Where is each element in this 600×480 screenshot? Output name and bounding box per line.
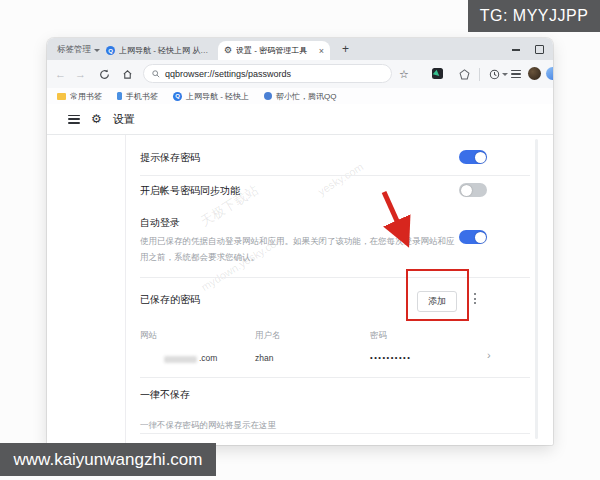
close-tab-icon[interactable]: × <box>319 46 324 56</box>
gear-icon: ⚙ <box>224 46 232 55</box>
browser-window: 标签管理 Q 上网导航 - 轻快上网 从这里开始 ⚙ 设置 - 密码管理工具 ×… <box>47 38 553 445</box>
save-prompt-toggle[interactable] <box>459 150 487 164</box>
auto-login-description: 使用已保存的凭据自动登录网站和应用。如果关闭了该功能，在您每次登录网站和应用之前… <box>140 234 462 265</box>
bookmark-label: 帮小忙，腾讯QQ <box>276 91 336 102</box>
gear-icon: ⚙ <box>91 113 102 125</box>
row-divider <box>140 377 530 378</box>
history-button[interactable] <box>489 60 508 88</box>
column-username: 用户名 <box>255 330 281 342</box>
settings-content: 天极下载站 mydown.yesky.com yesky.com 提示保存密码 … <box>47 135 553 445</box>
row-divider <box>140 175 530 176</box>
bookmark-tencent-qq[interactable]: 帮小忙，腾讯QQ <box>264 91 336 102</box>
section-divider <box>140 433 530 434</box>
new-tab-button[interactable]: + <box>342 42 349 56</box>
search-icon <box>152 70 160 78</box>
sidebar-divider <box>125 135 126 445</box>
tab-manager-label: 标签管理 <box>57 44 91 56</box>
tab-strip: 标签管理 Q 上网导航 - 轻快上网 从这里开始 ⚙ 设置 - 密码管理工具 ×… <box>47 38 553 60</box>
chevron-right-icon[interactable]: › <box>487 349 491 361</box>
page-title: 设置 <box>113 112 135 127</box>
scrollbar[interactable] <box>535 139 538 439</box>
saved-passwords-title: 已保存的密码 <box>140 293 200 307</box>
qqbrowser-logo-icon: Q <box>106 46 115 55</box>
save-prompt-label: 提示保存密码 <box>140 151 200 165</box>
bookmark-navigation[interactable]: Q 上网导航 - 轻快上 <box>173 91 249 102</box>
qqbrowser-logo-icon: Q <box>173 92 182 101</box>
username-cell: zhan <box>255 353 273 363</box>
sync-label: 开启帐号密码同步功能 <box>140 184 240 198</box>
reload-icon[interactable] <box>99 60 110 88</box>
never-save-title: 一律不保存 <box>140 388 190 402</box>
toolbar-divider <box>479 68 480 81</box>
folder-icon <box>57 93 66 100</box>
more-options-icon[interactable] <box>473 293 476 304</box>
red-annotation-arrow <box>47 135 553 445</box>
url-text: qqbrowser://settings/passwords <box>165 69 291 79</box>
settings-header: ⚙ 设置 <box>47 104 553 135</box>
clock-icon <box>489 69 500 80</box>
toggle-knob <box>475 232 486 243</box>
never-save-hint: 一律不保存密码的网站将显示在这里 <box>140 420 276 432</box>
phone-icon <box>117 92 122 100</box>
tab-title: 上网导航 - 轻快上网 从这里开始 <box>119 45 210 56</box>
site-value-redacted <box>164 356 197 363</box>
penguin-icon <box>264 92 272 100</box>
site-watermark-overlay: www.kaiyunwangzhi.com <box>0 443 216 476</box>
bookmark-folder-common[interactable]: 常用书签 <box>57 91 102 102</box>
column-site: 网站 <box>140 330 157 342</box>
avatar[interactable] <box>528 67 541 80</box>
address-bar[interactable]: qqbrowser://settings/passwords <box>143 64 392 83</box>
tab-manager-button[interactable]: 标签管理 <box>57 44 100 56</box>
bookmark-folder-mobile[interactable]: 手机书签 <box>117 91 158 102</box>
back-icon[interactable]: ← <box>55 68 66 80</box>
profile-avatar[interactable] <box>546 67 553 80</box>
forward-icon[interactable]: → <box>75 68 86 80</box>
site-cell: .com <box>199 353 217 363</box>
bookmark-star-icon[interactable]: ☆ <box>399 68 409 81</box>
tab-navigation-home[interactable]: Q 上网导航 - 轻快上网 从这里开始 <box>100 41 216 60</box>
download-shield-icon[interactable] <box>459 60 470 88</box>
bookmarks-bar: 常用书签 手机书签 Q 上网导航 - 轻快上 帮小忙，腾讯QQ <box>47 88 553 105</box>
toggle-knob <box>461 185 472 196</box>
tg-contact-overlay: TG: MYYJJPP <box>468 0 600 32</box>
screenshot-canvas: TG: MYYJJPP www.kaiyunwangzhi.com 标签管理 Q… <box>0 0 600 480</box>
bookmark-label: 上网导航 - 轻快上 <box>186 91 249 102</box>
window-maximize-button[interactable] <box>535 45 544 54</box>
section-divider <box>140 277 530 278</box>
hamburger-menu-icon[interactable] <box>68 115 80 124</box>
window-minimize-button[interactable] <box>512 49 520 51</box>
tab-title: 设置 - 密码管理工具 <box>236 45 313 56</box>
extension-icon[interactable] <box>432 68 443 79</box>
auto-login-toggle[interactable] <box>459 230 487 244</box>
red-highlight-box <box>406 269 469 321</box>
tab-settings-passwords[interactable]: ⚙ 设置 - 密码管理工具 × <box>218 41 330 60</box>
sync-toggle[interactable] <box>459 183 487 197</box>
bookmark-label: 手机书签 <box>126 91 158 102</box>
auto-login-title: 自动登录 <box>140 216 180 230</box>
column-password: 密码 <box>370 330 387 342</box>
bookmark-label: 常用书签 <box>70 91 102 102</box>
browser-toolbar: ← → qqbrowser://settings/passwords ☆ <box>47 60 553 89</box>
chevron-down-icon <box>502 73 508 76</box>
watermark-text: yesky.com <box>316 160 366 197</box>
toggle-knob <box>475 152 486 163</box>
menu-icon[interactable] <box>511 60 521 88</box>
home-icon[interactable] <box>122 60 133 88</box>
password-cell: •••••••••• <box>370 353 411 362</box>
